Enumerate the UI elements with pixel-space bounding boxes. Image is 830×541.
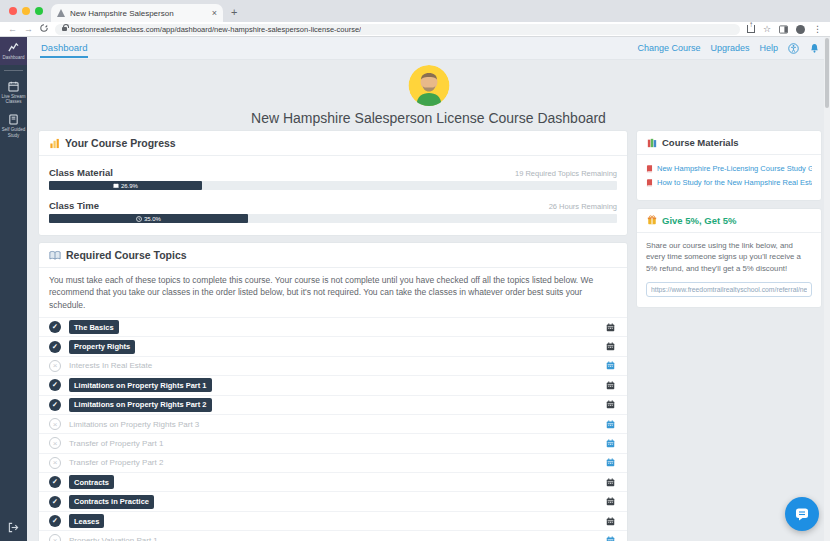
scrollbar-thumb[interactable]: [825, 38, 829, 108]
course-materials-list: New Hampshire Pre-Licensing Course Study…: [637, 155, 821, 200]
clock-icon: [136, 216, 142, 222]
minimize-window-button[interactable]: [22, 7, 30, 15]
back-icon[interactable]: ←: [8, 25, 17, 34]
topic-status-icon[interactable]: ✓×: [49, 360, 61, 372]
topic-row: ✓× Transfer of Property Part 2: [39, 454, 627, 473]
tab-title: New Hampshire Salesperson: [70, 9, 207, 18]
topic-label: Contracts: [69, 475, 114, 489]
help-link[interactable]: Help: [759, 43, 778, 53]
schedule-calendar-icon[interactable]: [606, 536, 615, 541]
schedule-calendar-icon[interactable]: [606, 323, 615, 332]
material-link[interactable]: New Hampshire Pre-Licensing Course Study…: [646, 162, 812, 176]
topic-status-icon[interactable]: ✓×: [49, 399, 61, 411]
notifications-bell-icon[interactable]: [809, 43, 820, 54]
browser-menu-icon[interactable]: ⋮: [813, 25, 822, 34]
red-book-icon: [646, 165, 653, 173]
topic-label: Property Rights: [69, 340, 135, 354]
tab-close-icon[interactable]: ×: [212, 8, 217, 18]
topic-status-icon[interactable]: ✓×: [49, 457, 61, 469]
books-icon: [647, 138, 657, 148]
topic-status-icon[interactable]: ✓×: [49, 534, 61, 541]
topic-status-icon[interactable]: ✓×: [49, 496, 61, 508]
class-time-remaining: 26 Hours Remaining: [549, 202, 617, 211]
topic-label: Limitations on Property Rights Part 1: [69, 378, 212, 392]
topic-row: ✓× Limitations on Property Rights Part 2: [39, 396, 627, 415]
open-book-icon: [49, 250, 61, 261]
new-tab-button[interactable]: +: [231, 6, 237, 18]
topic-status-icon[interactable]: ✓×: [49, 379, 61, 391]
required-topics-title: Required Course Topics: [66, 249, 187, 261]
schedule-calendar-icon[interactable]: [606, 439, 615, 448]
class-material-progress-fill: 26.9%: [49, 181, 202, 190]
forward-icon[interactable]: →: [24, 25, 33, 34]
topic-status-icon[interactable]: ✓×: [49, 341, 61, 353]
topic-status-icon[interactable]: ✓×: [49, 515, 61, 527]
accessibility-icon[interactable]: [788, 43, 799, 54]
sidebar-item-label: Dashboard: [2, 55, 24, 61]
maximize-window-button[interactable]: [35, 7, 43, 15]
sidebar-item-self-guided-study[interactable]: Self Guided Study: [0, 109, 27, 142]
required-topics-header: Required Course Topics: [39, 243, 627, 268]
sidebar-item-dashboard[interactable]: Dashboard: [0, 37, 27, 65]
course-materials-header: Course Materials: [637, 131, 821, 155]
topic-status-icon[interactable]: ✓×: [49, 418, 61, 430]
main-content: New Hampshire Salesperson License Course…: [27, 60, 830, 541]
window-controls[interactable]: [9, 7, 43, 15]
refresh-icon[interactable]: [40, 24, 48, 34]
tab-dashboard[interactable]: Dashboard: [40, 39, 88, 58]
topic-label: Interests In Real Estate: [69, 361, 152, 370]
app-sidebar: Dashboard Live Stream Classes Self Guide…: [0, 37, 27, 541]
course-materials-card: Course Materials New Hampshire Pre-Licen…: [636, 130, 822, 201]
referral-description: Share our course using the link below, a…: [646, 240, 812, 275]
close-window-button[interactable]: [9, 7, 17, 15]
schedule-calendar-icon[interactable]: [606, 517, 615, 526]
course-progress-card: Your Course Progress Class Material 19 R…: [38, 130, 628, 236]
course-progress-title: Your Course Progress: [65, 137, 176, 149]
schedule-calendar-icon[interactable]: [606, 400, 615, 409]
schedule-calendar-icon[interactable]: [606, 497, 615, 506]
topic-status-icon[interactable]: ✓×: [49, 321, 61, 333]
schedule-calendar-icon[interactable]: [606, 342, 615, 351]
chat-icon: [794, 506, 810, 522]
browser-tab[interactable]: New Hampshire Salesperson ×: [51, 4, 223, 22]
chat-launcher-button[interactable]: [785, 497, 819, 531]
topic-status-icon[interactable]: ✓×: [49, 437, 61, 449]
topic-status-icon[interactable]: ✓×: [49, 476, 61, 488]
topic-label: Transfer of Property Part 1: [69, 439, 163, 448]
url-bar[interactable]: bostonrealestateclass.com/app/dashboard/…: [55, 24, 740, 35]
topic-row: ✓× Limitations on Property Rights Part 3: [39, 415, 627, 434]
share-icon[interactable]: [747, 25, 755, 33]
user-avatar: [408, 65, 449, 106]
bookmark-star-icon[interactable]: ☆: [763, 25, 771, 34]
sidebar-item-live-stream-classes[interactable]: Live Stream Classes: [0, 76, 27, 109]
page-scrollbar[interactable]: [824, 37, 830, 541]
site-favicon-icon: [57, 9, 65, 17]
lock-icon: [62, 27, 67, 31]
class-material-remaining: 19 Required Topics Remaining: [515, 169, 617, 178]
schedule-calendar-icon[interactable]: [606, 478, 615, 487]
side-panel-icon[interactable]: [779, 25, 788, 34]
topic-row: ✓× Property Rights: [39, 337, 627, 356]
class-time-label: Class Time: [49, 200, 99, 211]
book-icon: [113, 183, 119, 189]
topic-row: ✓× Contracts: [39, 473, 627, 492]
schedule-calendar-icon[interactable]: [606, 458, 615, 467]
topic-label: Transfer of Property Part 2: [69, 458, 163, 467]
material-link[interactable]: How to Study for the New Hampshire Real …: [646, 176, 812, 190]
topic-row: ✓× The Basics: [39, 318, 627, 337]
topic-row: ✓× Transfer of Property Part 1: [39, 434, 627, 453]
schedule-calendar-icon[interactable]: [606, 381, 615, 390]
upgrades-link[interactable]: Upgrades: [710, 43, 749, 53]
logout-button[interactable]: [0, 522, 27, 533]
change-course-link[interactable]: Change Course: [637, 43, 700, 53]
logout-icon: [8, 522, 19, 533]
referral-link-input[interactable]: [646, 282, 812, 297]
material-link-label: How to Study for the New Hampshire Real …: [657, 176, 812, 190]
schedule-calendar-icon[interactable]: [606, 420, 615, 429]
browser-address-bar: ← → bostonrealestateclass.com/app/dashbo…: [0, 22, 830, 37]
browser-profile-icon[interactable]: [796, 25, 805, 34]
topics-list: ✓× The Basics ✓× Property Rights: [39, 318, 627, 541]
topic-row: ✓× Interests In Real Estate: [39, 357, 627, 376]
class-material-percent: 26.9%: [121, 183, 138, 189]
schedule-calendar-icon[interactable]: [606, 361, 615, 370]
